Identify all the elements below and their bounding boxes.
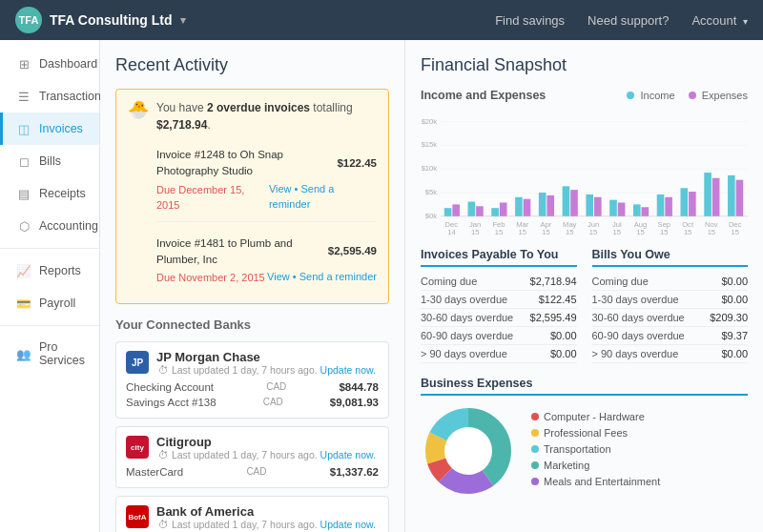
invoices-payable-title: Invoices Payable To You [421,248,577,267]
expenses-dot [689,92,696,99]
sidebar-item-receipts[interactable]: ▤ Receipts [0,177,99,210]
svg-text:15: 15 [636,228,644,235]
svg-rect-24 [609,200,617,216]
sidebar-label-transactions: Transactions [39,90,107,103]
svg-text:$0k: $0k [425,212,437,220]
bank-citigroup: city Citigroup ⏱ Last updated 1 day, 7 h… [115,426,389,488]
svg-rect-27 [642,207,650,216]
invoice-1248-view[interactable]: View [269,183,292,194]
income-dot [627,92,634,99]
inv-1-30-amount: $122.45 [539,294,577,305]
sidebar-item-payroll[interactable]: 💳 Payroll [0,287,99,319]
citigroup-mastercard-currency: CAD [246,466,266,478]
svg-rect-13 [476,206,484,215]
invoice-1248-due: Due December 15, 2015 [156,182,269,214]
overdue-count: 2 overdue invoices [207,101,310,114]
citigroup-mastercard: MasterCard CAD $1,337.62 [126,464,379,480]
left-panel: Recent Activity 🐣 You have 2 overdue inv… [100,40,405,532]
svg-rect-32 [704,173,711,216]
invoice-item-1248: Invoice #1248 to Oh Snap Photography Stu… [156,139,377,222]
citigroup-update-link[interactable]: Update now. [320,449,376,460]
svg-rect-16 [515,197,523,216]
svg-rect-20 [563,186,570,215]
computer-label: Computer - Hardware [544,411,645,422]
svg-rect-26 [633,204,641,215]
bills-60-90-label: 60-90 days overdue [592,330,685,341]
jp-morgan-checking-label: Checking Account [126,381,214,393]
receipts-icon: ▤ [16,186,31,201]
inv-60-90-amount: $0.00 [550,330,577,341]
sidebar-label-payroll: Payroll [39,297,75,310]
computer-color [531,413,539,420]
sidebar-item-reports[interactable]: 📈 Reports [0,255,99,287]
sidebar-label-bills: Bills [39,154,61,168]
bar-chart-svg: $20k $15k $10k $5k $0k [421,112,748,235]
bills-icon: ◻ [16,153,31,169]
sidebar-divider-2 [0,325,99,326]
meals-label: Meals and Entertainment [544,476,660,487]
svg-rect-19 [546,195,554,216]
sidebar-item-dashboard[interactable]: ⊞ Dashboard [0,48,99,80]
sidebar-item-bills[interactable]: ◻ Bills [0,145,99,177]
invoice-1481-reminder[interactable]: Send a reminder [299,271,377,282]
transportation-label: Transportation [544,443,611,455]
overdue-amount: $2,718.94 [156,118,207,132]
bills-row-coming: Coming due $0.00 [592,273,749,291]
jp-morgan-update-link[interactable]: Update now. [320,364,376,376]
sidebar-item-transactions[interactable]: ☰ Transactions [0,80,99,113]
citigroup-logo: city [126,436,149,459]
boa-name: Bank of America [156,504,376,519]
bills-1-30-label: 1-30 days overdue [592,294,679,305]
svg-text:15: 15 [471,228,479,235]
inv-row-60-90: 60-90 days overdue $0.00 [421,327,577,345]
jp-morgan-savings: Savings Acct #138 CAD $9,081.93 [126,395,379,410]
bank-boa-header: BofA Bank of America ⏱ Last updated 1 da… [126,504,379,530]
top-nav-links: Find savings Need support? Account ▾ [495,13,748,28]
invoices-payable-table: Invoices Payable To You Coming due $2,71… [421,248,577,363]
bills-row-1-30: 1-30 days overdue $0.00 [592,291,749,309]
sidebar-label-dashboard: Dashboard [39,57,97,71]
bills-1-30-amount: $0.00 [721,294,748,305]
brand: TFA TFA Consulting Ltd ▾ [15,7,495,33]
professional-color [531,429,539,437]
inv-row-1-30: 1-30 days overdue $122.45 [421,291,577,309]
bills-90plus-amount: $0.00 [721,348,748,359]
accounting-icon: ⬡ [16,218,31,234]
sidebar-label-reports: Reports [39,264,81,277]
pro-services-icon: 👥 [16,346,31,361]
svg-rect-35 [736,180,744,216]
svg-text:15: 15 [566,228,573,235]
boa-update-link[interactable]: Update now. [320,519,376,530]
inv-row-coming: Coming due $2,718.94 [421,273,577,291]
bills-coming-label: Coming due [592,276,649,287]
svg-text:15: 15 [495,228,503,235]
jp-morgan-logo: JP [126,351,149,374]
bills-row-30-60: 30-60 days overdue $209.30 [592,309,749,327]
boa-logo: BofA [126,505,149,528]
need-support-link[interactable]: Need support? [588,13,669,28]
svg-rect-10 [444,208,452,216]
expenses-content: Computer - Hardware Professional Fees Tr… [421,403,748,499]
sidebar-item-accounting[interactable]: ⬡ Accounting [0,210,99,242]
bills-owe-table: Bills You Owe Coming due $0.00 1-30 days… [592,248,749,363]
inv-30-60-label: 30-60 days overdue [421,312,513,323]
alert-text: You have 2 overdue invoices totalling $2… [156,99,377,294]
svg-rect-28 [657,194,665,216]
invoice-1481-actions: View • Send a reminder [267,269,377,285]
svg-rect-15 [500,202,507,215]
professional-label: Professional Fees [544,427,628,439]
bills-90plus-label: > 90 days overdue [592,348,679,359]
svg-text:14: 14 [447,228,456,235]
svg-text:15: 15 [660,228,668,235]
find-savings-link[interactable]: Find savings [495,13,565,28]
svg-rect-21 [570,190,578,216]
sidebar-item-pro-services[interactable]: 👥 Pro Services [0,332,99,376]
payroll-icon: 💳 [16,296,31,311]
jp-morgan-checking-currency: CAD [266,381,286,393]
sidebar-item-invoices[interactable]: ◫ Invoices [0,113,99,145]
account-link[interactable]: Account ▾ [691,13,748,28]
boa-updated: ⏱ Last updated 1 day, 7 hours ago. Updat… [158,519,376,530]
brand-dropdown-arrow[interactable]: ▾ [180,14,186,27]
invoice-1481-view[interactable]: View [267,271,290,282]
bank-jp-morgan-header: JP JP Morgan Chase ⏱ Last updated 1 day,… [126,350,379,376]
